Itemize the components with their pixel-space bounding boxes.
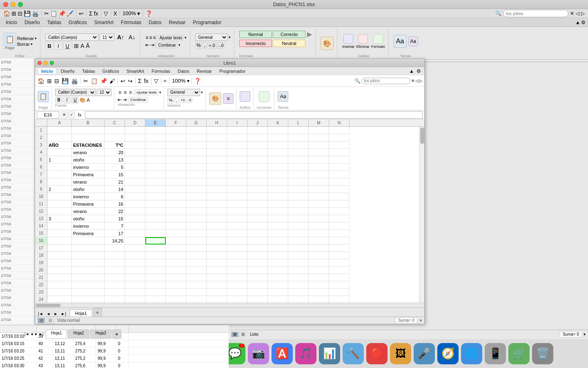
cell-N19[interactable] (329, 259, 350, 267)
cell-L11[interactable] (288, 200, 309, 208)
cell-K4[interactable] (268, 149, 288, 156)
cell-C10[interactable]: 6 (105, 193, 125, 200)
dock-item-trash[interactable]: 🗑️ (532, 343, 553, 364)
inner-menu-datos[interactable]: Datos (174, 68, 193, 74)
cell-H9[interactable] (207, 186, 227, 193)
search-next-icon[interactable]: ▷ (581, 11, 585, 16)
cell-H17[interactable] (207, 245, 227, 252)
cell-B9[interactable]: otoño (72, 186, 105, 193)
cell-G12[interactable] (186, 208, 207, 215)
inner-estilos-button[interactable] (240, 91, 250, 102)
cell-M24[interactable] (309, 296, 329, 303)
cell-K14[interactable] (268, 222, 288, 230)
cell-F4[interactable] (166, 149, 186, 156)
cell-G22[interactable] (186, 281, 207, 289)
cell-J5[interactable] (247, 156, 268, 164)
sheet-first-button[interactable]: |◄ (37, 311, 45, 316)
bottom-cell-2-1[interactable]: 41 (37, 348, 53, 355)
cell-N20[interactable] (329, 267, 350, 274)
cell-F8[interactable] (166, 178, 186, 186)
bottom-cell-3-2[interactable]: 13,11 (53, 355, 74, 362)
cell-G16[interactable] (186, 237, 207, 245)
inner-font-select[interactable]: Calibri (Cuerpo) (55, 89, 96, 96)
increase-decimal-button[interactable]: +.0 (207, 42, 216, 49)
inner-conditional-format-button[interactable]: 🎨 (209, 92, 221, 105)
cell-I5[interactable] (227, 156, 247, 164)
indent-right-icon[interactable]: ⇥ (150, 42, 154, 48)
cell-C11[interactable]: 16 (105, 200, 125, 208)
dock-item-photos[interactable]: 📷 (248, 343, 269, 364)
cell-J14[interactable] (247, 222, 268, 230)
cell-K2[interactable] (268, 134, 288, 141)
cell-G4[interactable] (186, 149, 207, 156)
vertical-scrollbar[interactable] (419, 127, 424, 303)
decrease-font-icon[interactable]: A↓ (127, 33, 137, 41)
cell-A7[interactable] (47, 171, 72, 178)
cell-H10[interactable] (207, 193, 227, 200)
cell-G1[interactable] (186, 127, 207, 134)
cell-E8[interactable] (145, 178, 166, 186)
cell-L14[interactable] (288, 222, 309, 230)
themes-color-button[interactable]: Aa (408, 36, 418, 46)
row-num-22[interactable]: 22 (35, 281, 47, 289)
cell-L13[interactable] (288, 215, 309, 222)
neutral-style-cell[interactable]: Neutral (273, 40, 305, 47)
merge-dropdown-icon[interactable]: ▾ (178, 43, 180, 47)
bottom-sheet-tab-hoja1[interactable]: Hoja1 (46, 330, 67, 339)
bottom-cell-3-4[interactable]: 99,9 (96, 355, 116, 362)
cell-N15[interactable] (329, 230, 350, 237)
cell-E2[interactable] (145, 134, 166, 141)
dock-item-safari[interactable]: 🧭 (437, 343, 459, 364)
cell-M19[interactable] (309, 259, 329, 267)
outer-menu-diseno[interactable]: Diseño (21, 19, 43, 26)
formula-input[interactable] (85, 111, 423, 119)
cell-N12[interactable] (329, 208, 350, 215)
inner-align-left-icon[interactable]: ≡ (118, 89, 122, 96)
cell-J21[interactable] (247, 274, 268, 281)
cell-H23[interactable] (207, 289, 227, 296)
font-color-icon[interactable]: Ā (85, 42, 90, 49)
cell-B20[interactable] (72, 267, 105, 274)
inner-bold-button[interactable]: B (55, 97, 62, 103)
inner-ribbon-settings-icon[interactable]: ⚙ (416, 67, 422, 75)
inner-font-color-icon[interactable]: A (87, 97, 90, 103)
bottom-cell-2-4[interactable]: 99,9 (96, 348, 116, 355)
cell-F20[interactable] (166, 267, 186, 274)
cell-L12[interactable] (288, 208, 309, 215)
cell-G17[interactable] (186, 245, 207, 252)
cell-I8[interactable] (227, 178, 247, 186)
cell-N10[interactable] (329, 193, 350, 200)
cell-D19[interactable] (125, 259, 145, 267)
cell-F16[interactable] (166, 237, 186, 245)
grid-icon[interactable]: ⊞ (11, 10, 16, 17)
bottom-normal-view-button[interactable]: ⊞ (231, 332, 238, 337)
cell-I10[interactable] (227, 193, 247, 200)
horizontal-scrollbar[interactable] (35, 303, 424, 307)
cell-E17[interactable] (145, 245, 166, 252)
cell-C1[interactable] (105, 127, 125, 134)
cell-C24[interactable] (105, 296, 125, 303)
cell-C5[interactable]: 13 (105, 156, 125, 164)
dock-item-other1[interactable]: 📱 (485, 343, 506, 364)
cell-B1[interactable] (72, 127, 105, 134)
cell-B6[interactable]: invierno (72, 164, 105, 171)
cell-H12[interactable] (207, 208, 227, 215)
dock-item-itunes[interactable]: 🎵 (295, 343, 316, 364)
bottom-cell-1-1[interactable]: 40 (37, 340, 53, 347)
cell-A16[interactable] (47, 237, 72, 245)
cell-J13[interactable] (247, 215, 268, 222)
bottom-cell-1-4[interactable]: 99,9 (96, 340, 116, 347)
cell-A4[interactable] (47, 149, 72, 156)
cell-D5[interactable] (125, 156, 145, 164)
cell-A18[interactable] (47, 252, 72, 259)
cell-H1[interactable] (207, 127, 227, 134)
cell-J3[interactable] (247, 141, 268, 149)
cell-G13[interactable] (186, 215, 207, 222)
cell-H20[interactable] (207, 267, 227, 274)
cell-D21[interactable] (125, 274, 145, 281)
inner-search-clear-icon[interactable]: ✕ (411, 79, 414, 83)
cell-G10[interactable] (186, 193, 207, 200)
filter-icon[interactable]: ▽ (104, 10, 108, 17)
bold-button[interactable]: B (45, 42, 53, 49)
cell-I18[interactable] (227, 252, 247, 259)
